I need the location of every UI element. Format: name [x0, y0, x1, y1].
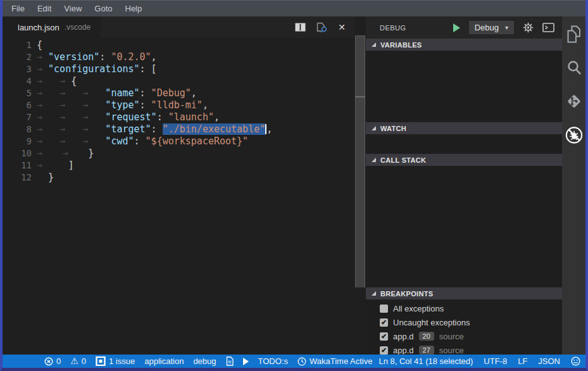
code-token: "configurations" [48, 63, 140, 75]
activity-files-icon[interactable] [565, 25, 584, 44]
line-number: 3 [3, 63, 32, 75]
section-expand-icon [372, 158, 376, 162]
section-label: VARIABLES [380, 41, 422, 49]
section-header-breakpoints[interactable]: BREAKPOINTS [366, 287, 562, 299]
status-item[interactable]: debug [193, 356, 216, 366]
code-text: "cwd": "${workspaceRoot}" [105, 135, 248, 148]
tab-title: launch.json [18, 23, 59, 32]
debug-sidebar: DEBUG Debug ▾ VARIABLES WATCH [366, 16, 562, 355]
code-area[interactable]: 1{2→"version": "0.2.0",3→"configurations… [3, 38, 354, 184]
close-icon[interactable]: ✕ [338, 22, 346, 32]
issues-icon [96, 356, 106, 366]
line-number: 6 [3, 99, 32, 111]
status-item[interactable]: JSON [538, 356, 560, 366]
code-token: : [151, 123, 163, 135]
tab-indicator-icon: → [82, 99, 88, 111]
code-token: : [134, 135, 146, 147]
debug-toolbar: DEBUG Debug ▾ [366, 16, 562, 39]
clock-icon [297, 357, 306, 366]
status-item-label: WakaTime Active [310, 356, 372, 366]
menu-item-file[interactable]: File [5, 4, 31, 13]
code-text: "type": "lldb-mi", [105, 99, 208, 111]
breakpoint-label: app.d [393, 332, 414, 341]
status-item[interactable]: application [144, 356, 184, 366]
menu-item-help[interactable]: Help [119, 4, 149, 13]
line-number-badge: 27 [419, 346, 434, 355]
status-item-play-small[interactable] [243, 358, 249, 365]
tab-indicator-icon: → [59, 123, 65, 135]
status-item-label: LF [518, 356, 527, 366]
menu-item-goto[interactable]: Goto [88, 4, 118, 13]
status-bar-left: 0⚠01 issueapplicationdebugTODO:sWakaTime… [44, 356, 372, 366]
status-item-clock[interactable]: WakaTime Active [297, 356, 372, 366]
tab-launch-json[interactable]: launch.json .vscode [3, 16, 101, 38]
section-header-variables[interactable]: VARIABLES [366, 39, 562, 51]
activity-source-control-icon[interactable] [565, 92, 584, 111]
breakpoint-checkbox[interactable]: ✔ [380, 332, 388, 341]
open-preview-icon[interactable] [316, 22, 328, 33]
status-item-smiley[interactable] [571, 356, 580, 366]
watch-panel [366, 134, 562, 154]
status-item-label: JSON [538, 356, 560, 366]
breakpoint-row[interactable]: All exceptions [366, 301, 562, 315]
code-token: "type" [105, 99, 139, 111]
code-text: "name": "Debug", [105, 87, 197, 99]
activity-bar [562, 16, 585, 355]
line-content: →] [37, 160, 354, 172]
split-editor-icon[interactable] [295, 23, 306, 32]
tab-indicator-icon: → [82, 135, 88, 148]
breakpoint-row[interactable]: ✔Uncaught exceptions [366, 315, 562, 329]
debug-config-dropdown[interactable]: Debug ▾ [469, 21, 514, 34]
status-item[interactable]: LF [518, 356, 527, 366]
tab-indicator-icon: → [63, 148, 68, 160]
code-line: 3→"configurations": [ [3, 63, 354, 75]
breakpoint-checkbox[interactable]: ✔ [380, 346, 388, 355]
line-number: 9 [3, 135, 32, 148]
status-item-error-circle[interactable]: 0 [44, 356, 61, 366]
tab-indicator-icon: → [37, 63, 42, 75]
code-token: "${workspaceRoot}" [146, 135, 249, 147]
section-header-watch[interactable]: WATCH [366, 122, 562, 134]
gear-icon[interactable] [523, 22, 534, 33]
menu-item-view[interactable]: View [58, 4, 88, 13]
breakpoint-checkbox[interactable] [380, 305, 388, 313]
status-item-issues[interactable]: 1 issue [96, 356, 135, 366]
tab-indicator-icon: → [82, 111, 88, 123]
line-content: →"version": "0.2.0", [37, 51, 354, 63]
status-item-warning[interactable]: ⚠0 [70, 356, 86, 366]
debug-console-icon[interactable] [542, 23, 554, 32]
code-token: : [140, 99, 151, 111]
code-token: ] [68, 160, 74, 171]
line-number: 7 [3, 111, 32, 123]
scrollbar-thumb[interactable] [355, 35, 365, 287]
line-content: { [37, 39, 354, 51]
section-label: CALL STACK [380, 156, 426, 164]
editor-scrollbar[interactable] [354, 16, 366, 355]
status-item-file[interactable] [226, 356, 234, 366]
code-text: "configurations": [ [48, 63, 157, 75]
code-token: { [37, 39, 42, 51]
status-item-label: debug [193, 356, 216, 366]
status-item-label: application [144, 356, 184, 366]
code-line: 2→"version": "0.2.0", [3, 51, 354, 63]
line-content: →→→"target": "./bin/executable", [37, 123, 354, 135]
status-item[interactable]: UTF-8 [484, 356, 507, 366]
status-item[interactable]: Ln 8, Col 41 (18 selected) [378, 356, 473, 366]
code-line: 1{ [3, 39, 354, 51]
tab-indicator-icon: → [82, 87, 88, 99]
line-number-badge: 20 [419, 332, 434, 341]
status-bar-right: Ln 8, Col 41 (18 selected)UTF-8LFJSON [378, 356, 580, 366]
line-content: →→→"type": "lldb-mi", [37, 99, 354, 111]
status-item[interactable]: TODO:s [258, 356, 288, 366]
start-debug-button[interactable] [453, 23, 460, 32]
breakpoint-row[interactable]: ✔app.d20source [366, 329, 562, 343]
tab-indicator-icon: → [59, 87, 65, 99]
section-header-call-stack[interactable]: CALL STACK [366, 154, 562, 166]
code-text: "target": "./bin/executable", [105, 123, 272, 135]
breakpoint-checkbox[interactable]: ✔ [380, 318, 388, 327]
menu-item-edit[interactable]: Edit [31, 4, 58, 13]
activity-debug-icon[interactable] [565, 125, 584, 144]
activity-search-icon[interactable] [565, 58, 584, 77]
section-expand-icon [372, 126, 376, 130]
code-line: 8→→→"target": "./bin/executable", [3, 123, 354, 135]
